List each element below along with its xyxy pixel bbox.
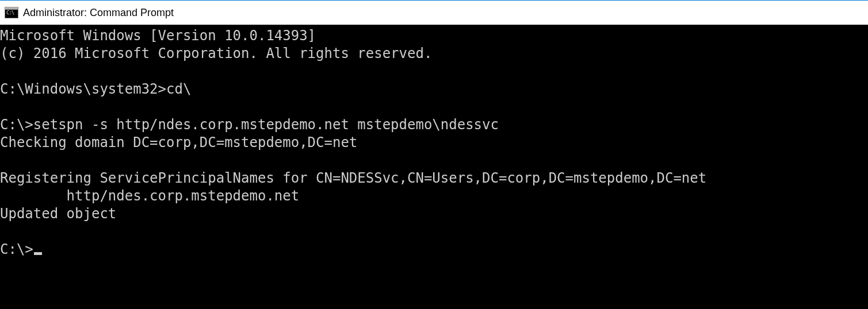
terminal-output[interactable]: Microsoft Windows [Version 10.0.14393](c… [0, 25, 868, 309]
terminal-line: http/ndes.corp.mstepdemo.net [0, 187, 868, 205]
terminal-line [0, 98, 868, 116]
terminal-line: Checking domain DC=corp,DC=mstepdemo,DC=… [0, 134, 868, 152]
terminal-line: (c) 2016 Microsoft Corporation. All righ… [0, 45, 868, 63]
terminal-line: C:\>setspn -s http/ndes.corp.mstepdemo.n… [0, 116, 868, 134]
terminal-line [0, 63, 868, 80]
cursor [34, 252, 42, 255]
cmd-icon: C:\ [5, 7, 18, 18]
terminal-line [0, 223, 868, 241]
cmd-window: C:\ Administrator: Command Prompt Micros… [0, 0, 868, 309]
terminal-line: C:\Windows\system32>cd\ [0, 80, 868, 98]
window-title: Administrator: Command Prompt [23, 7, 174, 19]
terminal-line [0, 152, 868, 169]
titlebar[interactable]: C:\ Administrator: Command Prompt [0, 1, 868, 25]
terminal-line: Updated object [0, 205, 868, 223]
terminal-line: C:\> [0, 241, 868, 258]
terminal-line: Microsoft Windows [Version 10.0.14393] [0, 27, 868, 45]
terminal-line: Registering ServicePrincipalNames for CN… [0, 169, 868, 187]
